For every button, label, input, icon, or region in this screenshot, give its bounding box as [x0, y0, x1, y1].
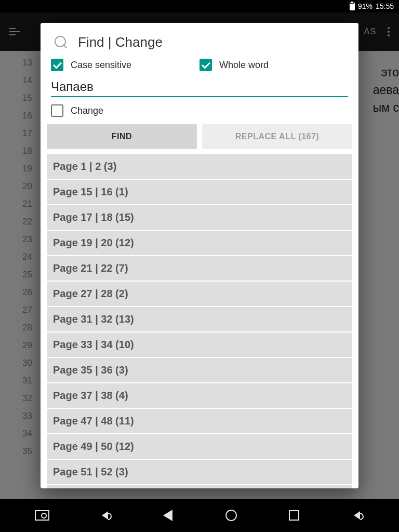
- whole-word-checkbox[interactable]: [200, 59, 212, 71]
- result-item[interactable]: Page 33 | 34 (10): [47, 332, 352, 357]
- volume-down-icon[interactable]: [98, 508, 112, 523]
- result-item[interactable]: Page 47 | 48 (11): [47, 409, 352, 433]
- case-sensitive-label: Case sensitive: [71, 60, 131, 71]
- find-change-dialog: Find | Change Case sensitive Whole word …: [41, 23, 358, 488]
- change-checkbox[interactable]: [51, 104, 63, 117]
- volume-up-icon[interactable]: [350, 508, 364, 523]
- battery-percent: 91%: [358, 2, 373, 10]
- result-item[interactable]: Page 17 | 18 (15): [47, 205, 352, 230]
- result-item[interactable]: Page 35 | 36 (3): [47, 358, 352, 382]
- result-item[interactable]: Page 31 | 32 (13): [47, 307, 352, 331]
- dialog-title: Find | Change: [78, 34, 163, 50]
- search-input[interactable]: [51, 76, 348, 97]
- recent-icon[interactable]: [287, 508, 301, 523]
- result-item[interactable]: Page 49 | 50 (12): [47, 434, 352, 459]
- result-item[interactable]: [47, 485, 352, 488]
- result-item[interactable]: Page 1 | 2 (3): [47, 154, 352, 179]
- screenshot-icon[interactable]: [35, 508, 49, 523]
- search-icon: [54, 35, 69, 50]
- result-item[interactable]: Page 15 | 16 (1): [47, 180, 352, 204]
- result-item[interactable]: Page 21 | 22 (7): [47, 256, 352, 281]
- whole-word-label: Whole word: [219, 60, 269, 71]
- status-bar: 91% 15:55: [0, 0, 399, 12]
- clock: 15:55: [376, 2, 394, 10]
- results-list: Page 1 | 2 (3)Page 15 | 16 (1)Page 17 | …: [41, 154, 358, 488]
- result-item[interactable]: Page 27 | 28 (2): [47, 282, 352, 306]
- system-nav-bar: [0, 499, 399, 532]
- result-item[interactable]: Page 37 | 38 (4): [47, 383, 352, 408]
- replace-all-button[interactable]: REPLACE ALL (167): [202, 124, 352, 149]
- find-button[interactable]: FIND: [47, 124, 197, 149]
- case-sensitive-checkbox[interactable]: [51, 59, 63, 71]
- result-item[interactable]: Page 19 | 20 (12): [47, 231, 352, 255]
- change-label: Change: [71, 105, 103, 116]
- back-icon[interactable]: [161, 508, 175, 523]
- home-icon[interactable]: [224, 508, 238, 523]
- battery-icon: [350, 3, 355, 10]
- result-item[interactable]: Page 51 | 52 (3): [47, 460, 352, 484]
